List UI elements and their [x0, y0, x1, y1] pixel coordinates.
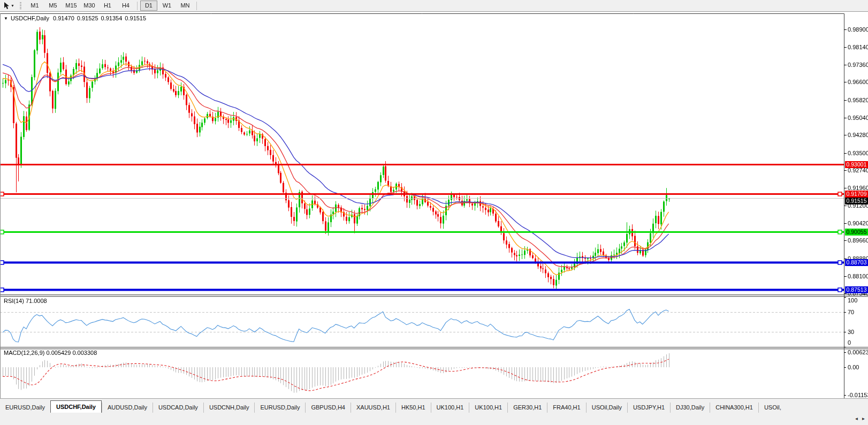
chart-tab-usdcnh-daily[interactable]: USDCNH,Daily — [203, 403, 255, 413]
timeframe-button-h1[interactable]: H1 — [99, 1, 116, 11]
price-tick-label: 0.95820 — [848, 97, 868, 103]
chart-tab-usdcad-daily[interactable]: USDCAD,Daily — [153, 403, 203, 413]
level-price-tag: 0.91709 — [845, 191, 868, 198]
chart-tab-uk100-h1[interactable]: UK100,H1 — [469, 403, 507, 413]
rsi-axis-label: 30 — [848, 329, 854, 335]
tab-scroll-arrows: ◄ ► — [853, 414, 867, 423]
macd-indicator-label: MACD(12,26,9) 0.005429 0.003308 — [4, 350, 97, 356]
timeframe-button-m5[interactable]: M5 — [44, 1, 62, 11]
toolbar-divider — [196, 2, 197, 10]
chart-tab-eurusd-daily[interactable]: EURUSD,Daily — [254, 403, 305, 413]
ohlc-close: 0.91515 — [125, 15, 146, 21]
chart-tab-gbpusd-h4[interactable]: GBPUSD,H4 — [305, 403, 351, 413]
cursor-dropdown-icon[interactable]: ▼ — [11, 4, 14, 7]
chart-tab-usdjpy-h1[interactable]: USDJPY,H1 — [627, 403, 670, 413]
price-tick-label: 0.93500 — [848, 150, 868, 156]
price-tick-label: 0.90420 — [848, 220, 868, 226]
chart-tab-hk50-h1[interactable]: HK50,H1 — [395, 403, 431, 413]
timeframe-button-m15[interactable]: M15 — [63, 1, 80, 11]
chart-tab-eurusd-daily[interactable]: EURUSD,Daily — [0, 403, 50, 413]
ohlc-low: 0.91354 — [101, 15, 123, 21]
ohlc-open: 0.91470 — [53, 15, 74, 21]
ohlc-high: 0.91525 — [77, 15, 98, 21]
rsi-axis-label: 70 — [848, 309, 854, 315]
price-tick-label: 0.98140 — [848, 44, 868, 50]
level-price-tag: 0.93001 — [845, 161, 868, 168]
level-price-tag: 0.88703 — [845, 259, 868, 266]
chart-tab-audusd-daily[interactable]: AUDUSD,Daily — [102, 403, 153, 413]
toolbar-grip-handle[interactable] — [20, 2, 21, 10]
chart-symbol-label: USDCHF,Daily — [11, 15, 49, 21]
window-bottom-strip — [0, 412, 868, 425]
timeframe-button-w1[interactable]: W1 — [158, 1, 176, 11]
timeframe-button-d1[interactable]: D1 — [140, 1, 157, 11]
price-tick-label: 0.98900 — [848, 26, 868, 33]
price-chart-canvas[interactable] — [0, 12, 868, 410]
price-tick-label: 0.89660 — [848, 237, 868, 244]
level-price-tag: 0.87513 — [845, 286, 868, 293]
chart-tab-fra40-h1[interactable]: FRA40,H1 — [547, 403, 585, 413]
rsi-axis-label: 0 — [848, 339, 851, 346]
chart-tab-usdchf-daily[interactable]: USDCHF,Daily — [50, 400, 102, 413]
chart-tab-xauusd-h1[interactable]: XAUUSD,H1 — [351, 403, 395, 413]
timeframe-button-m30[interactable]: M30 — [81, 1, 98, 11]
collapse-triangle-icon[interactable]: ▼ — [4, 16, 8, 21]
price-tick-label: 0.96600 — [848, 79, 868, 85]
timeframe-button-m1[interactable]: M1 — [26, 1, 43, 11]
macd-axis-label: 0.006237 — [848, 349, 868, 355]
cursor-tool-icon[interactable] — [3, 2, 10, 10]
timeframe-button-h4[interactable]: H4 — [117, 1, 134, 11]
rsi-axis-label: 100 — [848, 297, 857, 303]
timeframe-button-group: M1M5M15M30H1H4D1W1MN — [26, 1, 199, 11]
toolbar-divider — [137, 2, 138, 10]
current-price-tag: 0.91515 — [845, 198, 868, 204]
mt4-terminal: { "toolbar": { "cursor_tool_icon": "curs… — [0, 0, 868, 425]
chart-tab-usoil-[interactable]: USOil, — [758, 403, 787, 413]
tab-scroll-left-icon[interactable]: ◄ — [853, 414, 860, 423]
chart-tab-uk100-h1[interactable]: UK100,H1 — [431, 403, 469, 413]
price-tick-label: 0.95040 — [848, 115, 868, 121]
timeframe-button-mn[interactable]: MN — [177, 1, 194, 11]
chart-window: ▼USDCHF,Daily0.914700.915250.913540.9151… — [0, 12, 868, 410]
chart-tab-usoil-daily[interactable]: USOil,Daily — [586, 403, 627, 413]
chart-title: ▼USDCHF,Daily0.914700.915250.913540.9151… — [4, 15, 146, 21]
price-tick-label: 0.94280 — [848, 132, 868, 138]
level-price-tag: 0.90055 — [845, 229, 868, 236]
macd-axis-label: -0.011534 — [848, 392, 868, 398]
chart-tab-ger30-h1[interactable]: GER30,H1 — [507, 403, 547, 413]
price-tick-label: 0.97360 — [848, 62, 868, 68]
chart-tab-china300-h1[interactable]: CHINA300,H1 — [710, 403, 758, 413]
tab-scroll-right-icon[interactable]: ► — [860, 414, 867, 423]
macd-axis-label: 0.00 — [848, 364, 859, 370]
chart-tab-dj30-daily[interactable]: DJ30,Daily — [670, 403, 710, 413]
chart-tab-bar: EURUSD,DailyUSDCHF,DailyAUDUSD,DailyUSDC… — [0, 398, 868, 413]
price-tick-label: 0.88100 — [848, 273, 868, 279]
top-toolbar: ▼ M1M5M15M30H1H4D1W1MN — [0, 0, 868, 12]
rsi-indicator-label: RSI(14) 71.0008 — [4, 298, 47, 304]
